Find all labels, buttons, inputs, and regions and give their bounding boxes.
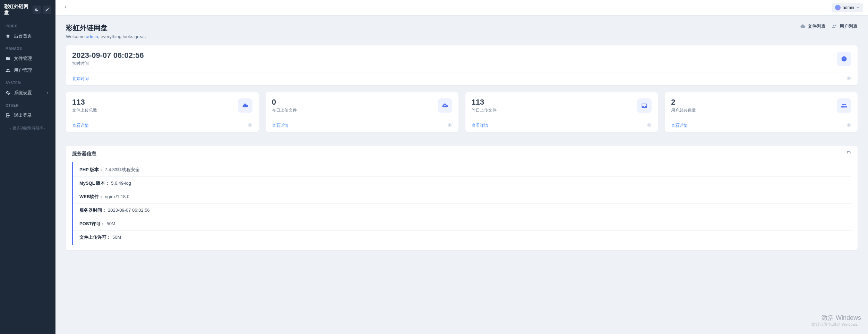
sidebar-header: 彩虹外链网盘	[0, 0, 55, 19]
server-info-row: 服务器时间：2023-09-07 06:02:56	[73, 204, 851, 217]
upload-icon	[442, 103, 448, 109]
stat-value: 2	[671, 98, 696, 107]
stat-details-link[interactable]: 查看详情	[272, 123, 289, 129]
pencil-icon	[45, 8, 49, 12]
sidebar: 彩虹外链网盘 INDEX 后台首页 MANAGE 文件管理 用户管理 SYSTE…	[0, 0, 55, 334]
stat-label: 昨日上传文件	[472, 107, 497, 113]
info-key: WEB软件：	[79, 194, 103, 199]
inbox-icon	[641, 103, 647, 109]
page-header: 彩虹外链网盘 Welcome admin, everything looks g…	[66, 23, 858, 39]
stat-value: 113	[472, 98, 497, 107]
more-menu-button[interactable]	[60, 3, 70, 12]
info-key: 文件上传许可：	[79, 235, 111, 240]
stat-card: 113 昨日上传文件 查看详情	[465, 92, 658, 132]
page-title: 彩虹外链网盘	[66, 23, 146, 33]
nav-item-label: 后台首页	[14, 33, 32, 39]
info-val: 50M	[112, 235, 121, 240]
nav-item-label: 用户管理	[14, 67, 32, 73]
stat-icon-badge	[438, 98, 452, 113]
users-icon	[832, 24, 837, 29]
refresh-button[interactable]	[846, 151, 851, 157]
server-info-row: POST许可：50M	[73, 217, 851, 231]
stat-card: 0 今日上传文件 查看详情	[266, 92, 458, 132]
arrow-right-icon	[846, 123, 851, 129]
nav-item-home[interactable]: 后台首页	[0, 30, 55, 42]
server-info-card: 服务器信息 PHP 版本：7.4.33非线程安全MySQL 版本：5.6.49-…	[66, 146, 858, 250]
logout-icon	[6, 113, 10, 118]
theme-toggle-button[interactable]	[33, 6, 41, 14]
stat-details-link[interactable]: 查看详情	[671, 123, 688, 129]
nav-item-files[interactable]: 文件管理	[0, 53, 55, 64]
nav-section-manage: MANAGE	[0, 42, 55, 53]
stat-icon-badge	[837, 98, 851, 113]
users-icon	[6, 68, 10, 73]
stats-row: 113 文件上传总数 查看详情 0 今日上传文件 查看详情	[66, 92, 858, 139]
stat-card: 113 文件上传总数 查看详情	[66, 92, 259, 132]
chevron-down-icon	[856, 6, 860, 9]
folder-icon	[6, 56, 10, 61]
info-val: nginx/1.18.0	[105, 194, 129, 199]
arrow-right-icon	[647, 123, 652, 129]
svg-point-1	[65, 7, 66, 8]
clock-footer-link[interactable]: 北京时间	[72, 76, 89, 82]
clock-label: 实时时间	[72, 61, 144, 67]
nav-item-label: 文件管理	[14, 55, 32, 62]
brand-title: 彩虹外链网盘	[4, 3, 31, 16]
stat-card: 2 用户总共数量 查看详情	[665, 92, 858, 132]
arrow-right-icon	[846, 76, 851, 82]
user-name: admin	[843, 5, 854, 10]
nav-item-logout[interactable]: 退出登录	[0, 109, 55, 121]
avatar	[835, 5, 841, 10]
clock-icon-badge	[837, 52, 851, 66]
info-key: POST许可：	[79, 221, 105, 226]
server-info-row: WEB软件：nginx/1.18.0	[73, 190, 851, 204]
cloud-icon	[242, 103, 248, 109]
svg-point-2	[65, 9, 66, 9]
nav-item-settings[interactable]: 系统设置	[0, 87, 55, 99]
nav-item-label: 退出登录	[14, 112, 32, 118]
stat-label: 用户总共数量	[671, 107, 696, 113]
edit-button[interactable]	[43, 6, 51, 14]
cloud-icon	[800, 24, 806, 29]
nav-note: - 更多功能敬请期待 -	[0, 121, 55, 135]
nav-item-users[interactable]: 用户管理	[0, 64, 55, 76]
chevron-right-icon	[45, 90, 50, 95]
user-menu-button[interactable]: admin	[832, 3, 863, 12]
clock-time: 2023-09-07 06:02:56	[72, 51, 144, 60]
welcome-user-link[interactable]: admin	[86, 34, 98, 39]
arrow-right-icon	[447, 123, 452, 129]
nav-section-system: SYSTEM	[0, 76, 55, 87]
server-info-title: 服务器信息	[72, 151, 96, 157]
info-val: 2023-09-07 06:02:56	[108, 208, 150, 213]
clock-icon	[841, 56, 847, 62]
stat-label: 今日上传文件	[272, 107, 297, 113]
stat-icon-badge	[238, 98, 252, 113]
info-key: MySQL 版本：	[79, 181, 110, 186]
stat-details-link[interactable]: 查看详情	[472, 123, 488, 129]
main: admin 彩虹外链网盘 Welcome admin, everything l…	[55, 0, 868, 334]
info-val: 5.6.49-log	[111, 181, 131, 186]
nav-item-label: 系统设置	[14, 90, 32, 96]
users-icon	[841, 103, 847, 109]
server-info-list: PHP 版本：7.4.33非线程安全MySQL 版本：5.6.49-logWEB…	[72, 162, 851, 245]
info-val: 50M	[106, 221, 115, 226]
moon-icon	[35, 8, 39, 12]
page-subtitle: Welcome admin, everything looks great.	[66, 34, 146, 39]
gear-icon	[6, 90, 10, 95]
refresh-icon	[846, 151, 851, 156]
stat-icon-badge	[637, 98, 652, 113]
topbar: admin	[55, 0, 868, 16]
info-key: 服务器时间：	[79, 208, 106, 213]
server-info-row: PHP 版本：7.4.33非线程安全	[73, 163, 851, 177]
more-vertical-icon	[63, 5, 68, 10]
stat-label: 文件上传总数	[72, 107, 97, 113]
server-info-row: MySQL 版本：5.6.49-log	[73, 177, 851, 190]
stat-details-link[interactable]: 查看详情	[72, 123, 89, 129]
header-action-files[interactable]: 文件列表	[800, 23, 826, 29]
home-icon	[6, 34, 10, 38]
header-action-label: 用户列表	[840, 23, 858, 29]
header-action-users[interactable]: 用户列表	[832, 23, 858, 29]
info-key: PHP 版本：	[79, 167, 103, 172]
stat-value: 113	[72, 98, 97, 107]
nav-section-index: INDEX	[0, 19, 55, 30]
